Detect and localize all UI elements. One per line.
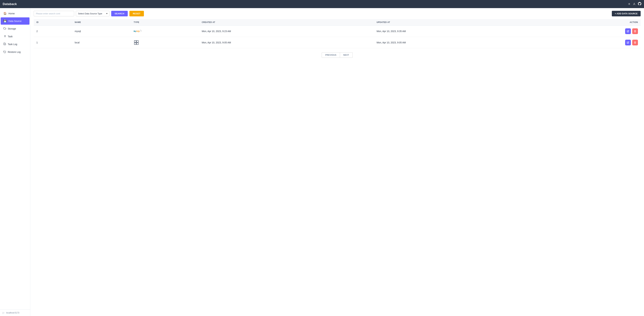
previous-button[interactable]: PREVIOUS	[322, 52, 340, 58]
sidebar-collapse[interactable]: |← localhost:5173	[0, 309, 30, 316]
topnav-icons: ☀ A	[628, 2, 641, 6]
sidebar-item-label: Task	[8, 35, 13, 38]
sidebar-item-label: Home	[8, 12, 15, 15]
cell-updated-at: Mon, Apr 10, 2023, 9:05 AM	[374, 37, 549, 48]
sidebar-footer-label: localhost:5173	[6, 311, 19, 314]
restore-icon	[3, 50, 6, 54]
type-select[interactable]: Select Data Source Type MySQL Local	[76, 11, 110, 16]
data-table: ID NAME TYPE CREATED AT UPDATED AT ACTIO…	[34, 19, 641, 48]
sidebar-item-label: Data Source	[8, 20, 22, 23]
table-row: 2mysql MySQL Mon, Apr 10, 2023, 9:23 AMM…	[34, 26, 641, 37]
delete-button[interactable]	[632, 40, 638, 45]
topnav: Databack ☀ A	[0, 0, 644, 8]
cell-action	[549, 37, 641, 48]
cell-name: mysql	[72, 26, 131, 37]
svg-rect-10	[137, 43, 138, 45]
table-body: 2mysql MySQL Mon, Apr 10, 2023, 9:23 AMM…	[34, 26, 641, 48]
search-input[interactable]	[34, 11, 74, 16]
cell-created-at: Mon, Apr 10, 2023, 9:23 AM	[199, 26, 374, 37]
edit-button[interactable]	[625, 28, 631, 34]
col-type: TYPE	[131, 19, 199, 26]
svg-rect-7	[134, 41, 136, 42]
sun-icon[interactable]: ☀	[628, 2, 630, 6]
cell-type	[131, 37, 199, 48]
local-type-icon	[134, 40, 196, 45]
task-log-icon	[3, 43, 6, 46]
main-content: Select Data Source Type MySQL Local SEAR…	[30, 8, 644, 316]
cell-action	[549, 26, 641, 37]
app-brand: Databack	[3, 2, 17, 6]
mysql-type-icon: MySQL	[134, 29, 196, 34]
cell-name: local	[72, 37, 131, 48]
sidebar-item-label: Restore Log	[8, 51, 20, 53]
sidebar-item-data-source[interactable]: 💾 Data Source	[1, 17, 30, 25]
col-id: ID	[34, 19, 72, 26]
sidebar-item-storage[interactable]: Storage	[1, 25, 30, 32]
action-buttons	[552, 28, 638, 34]
edit-button[interactable]	[625, 40, 631, 45]
app-body: 🏠 Home 💾 Data Source Storage Task	[0, 8, 644, 316]
sidebar-item-restore-log[interactable]: Restore Log	[1, 48, 30, 56]
collapse-icon: |←	[3, 311, 5, 314]
home-icon: 🏠	[3, 12, 7, 15]
sidebar-item-task-log[interactable]: Task Log	[1, 41, 30, 48]
database-icon: 💾	[3, 20, 7, 23]
col-action: ACTION	[549, 19, 641, 26]
svg-text:MySQL: MySQL	[134, 30, 140, 32]
col-updated-at: UPDATED AT	[374, 19, 549, 26]
cell-created-at: Mon, Apr 10, 2023, 9:05 AM	[199, 37, 374, 48]
sidebar: 🏠 Home 💾 Data Source Storage Task	[0, 8, 30, 316]
github-icon[interactable]	[638, 2, 641, 6]
cell-id: 1	[34, 37, 72, 48]
cell-id: 2	[34, 26, 72, 37]
search-button[interactable]: SEARCH	[111, 11, 128, 16]
toolbar: Select Data Source Type MySQL Local SEAR…	[34, 11, 641, 16]
svg-rect-8	[137, 41, 138, 42]
svg-rect-9	[134, 43, 136, 45]
sidebar-nav: 🏠 Home 💾 Data Source Storage Task	[0, 8, 30, 56]
action-buttons	[552, 40, 638, 45]
cell-updated-at: Mon, Apr 10, 2023, 9:35 AM	[374, 26, 549, 37]
sidebar-item-label: Storage	[8, 27, 16, 30]
sidebar-item-task[interactable]: Task	[1, 33, 30, 40]
table-header: ID NAME TYPE CREATED AT UPDATED AT ACTIO…	[34, 19, 641, 26]
table-header-row: ID NAME TYPE CREATED AT UPDATED AT ACTIO…	[34, 19, 641, 26]
sidebar-item-label: Task Log	[8, 43, 17, 46]
cell-type: MySQL	[131, 26, 199, 37]
next-button[interactable]: NEXT	[340, 52, 353, 58]
col-name: NAME	[72, 19, 131, 26]
cloud-icon	[3, 27, 6, 30]
translate-icon[interactable]: A	[633, 2, 635, 6]
sidebar-item-home[interactable]: 🏠 Home	[1, 10, 30, 17]
table-row: 1local Mon, Apr 10, 2023, 9:05 AMMon, Ap…	[34, 37, 641, 48]
task-icon	[3, 35, 6, 38]
col-created-at: CREATED AT	[199, 19, 374, 26]
pagination: PREVIOUS NEXT	[34, 52, 641, 58]
add-data-source-button[interactable]: + ADD DATA SOURCE	[612, 11, 641, 16]
reset-button[interactable]: RESET	[130, 11, 144, 16]
delete-button[interactable]	[632, 28, 638, 34]
